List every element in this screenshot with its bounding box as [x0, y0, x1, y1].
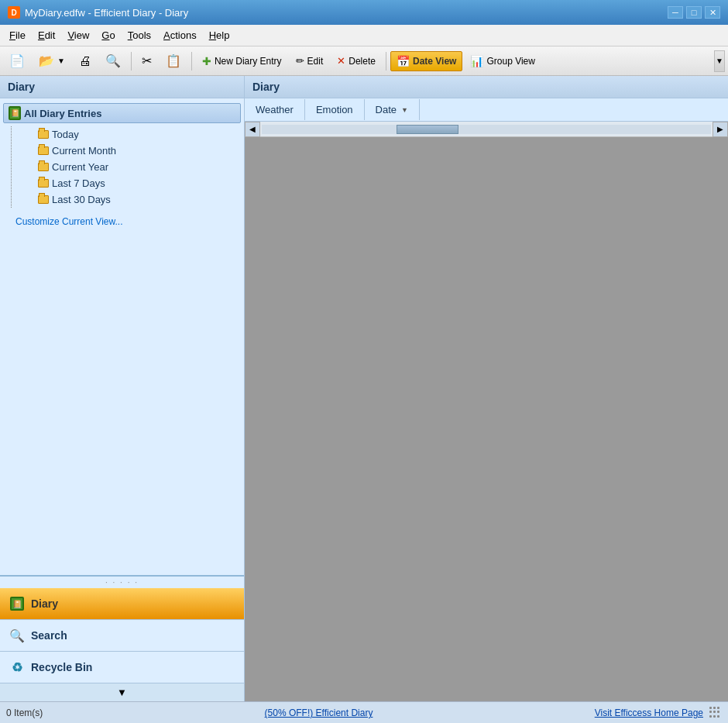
- new-file-icon: 📄: [9, 53, 25, 68]
- group-view-button[interactable]: 📊 Group View: [464, 51, 541, 71]
- content-area: ◀ ▶: [245, 122, 728, 701]
- new-diary-entry-button[interactable]: ✚ New Diary Entry: [196, 51, 288, 71]
- date-view-button[interactable]: 📅 Date View: [390, 51, 462, 71]
- resize-grip: [709, 707, 722, 719]
- tree-item-current-month[interactable]: Current Month: [19, 143, 241, 159]
- window-controls: ─ □ ✕: [668, 6, 720, 19]
- new-diary-entry-label: New Diary Entry: [215, 56, 282, 67]
- col-header-weather[interactable]: Weather: [245, 99, 305, 120]
- left-panel: Diary 📔 All Diary Entries Today Current …: [0, 76, 245, 701]
- open-dropdown-arrow: ▼: [57, 57, 65, 65]
- cut-button[interactable]: ✂: [136, 50, 158, 72]
- menu-edit[interactable]: Edit: [32, 27, 61, 43]
- menu-tools[interactable]: Tools: [122, 27, 157, 43]
- toolbar-sep-1: [131, 52, 132, 71]
- home-page-link[interactable]: Visit Efficcess Home Page: [595, 708, 703, 718]
- toolbar: 📄 📂 ▼ 🖨 🔍 ✂ 📋 ✚ New Diary Entry ✏ Edit ✕…: [0, 46, 728, 76]
- main-area: Diary 📔 All Diary Entries Today Current …: [0, 76, 728, 701]
- tree-item-last30-label: Last 30 Days: [52, 194, 111, 205]
- menu-help[interactable]: Help: [203, 27, 236, 43]
- tree-view: 📔 All Diary Entries Today Current Month …: [0, 98, 244, 575]
- search-toolbar-button[interactable]: 🔍: [99, 50, 127, 72]
- folder-icon-last7: [38, 179, 49, 188]
- menu-file[interactable]: File: [3, 27, 32, 43]
- tree-item-last7-label: Last 7 Days: [52, 177, 105, 189]
- nav-item-search[interactable]: 🔍 Search: [0, 620, 244, 652]
- toolbar-sep-2: [191, 52, 192, 71]
- menu-go[interactable]: Go: [95, 27, 121, 43]
- right-panel: Diary Weather Emotion Date ▼ ◀ ▶: [245, 76, 728, 701]
- column-headers: Weather Emotion Date ▼: [245, 98, 728, 122]
- customize-view-link[interactable]: Customize Current View...: [8, 210, 131, 233]
- restore-button[interactable]: □: [686, 6, 702, 19]
- tree-root-label: All Diary Entries: [24, 108, 101, 119]
- bottom-nav: · · · · · 📔 Diary 🔍 Search ♻ Recycle Bin: [0, 575, 244, 701]
- dotted-separator: · · · · ·: [0, 577, 244, 588]
- tree-item-last7[interactable]: Last 7 Days: [19, 175, 241, 191]
- tree-item-last30[interactable]: Last 30 Days: [19, 191, 241, 208]
- add-icon: ✚: [202, 55, 211, 67]
- close-button[interactable]: ✕: [705, 6, 720, 19]
- diary-nav-icon: 📔: [9, 596, 25, 611]
- print-button[interactable]: 🖨: [73, 50, 98, 72]
- edit-icon: ✏: [296, 55, 304, 67]
- menu-bar: File Edit View Go Tools Actions Help: [0, 25, 728, 46]
- search-toolbar-icon: 🔍: [105, 53, 121, 68]
- tree-item-year-label: Current Year: [52, 161, 108, 173]
- status-bar: 0 Item(s) (50% OFF!) Efficient Diary Vis…: [0, 701, 728, 723]
- nav-recycle-label: Recycle Bin: [31, 661, 92, 673]
- sort-arrow-icon: ▼: [401, 106, 408, 114]
- scroll-left-arrow[interactable]: ◀: [245, 122, 260, 137]
- delete-label: Delete: [349, 56, 376, 67]
- toolbar-expand-button[interactable]: ▼: [714, 50, 725, 72]
- delete-icon: ✕: [337, 55, 345, 67]
- nav-item-recycle[interactable]: ♻ Recycle Bin: [0, 652, 244, 683]
- status-item-count: 0 Item(s): [6, 708, 43, 718]
- tree-item-month-label: Current Month: [52, 145, 116, 157]
- toolbar-sep-3: [386, 52, 386, 71]
- minimize-button[interactable]: ─: [668, 6, 683, 19]
- col-header-date[interactable]: Date ▼: [365, 99, 420, 120]
- tree-item-current-year[interactable]: Current Year: [19, 159, 241, 175]
- folder-icon-month: [38, 146, 49, 155]
- cut-icon: ✂: [142, 53, 152, 68]
- date-view-icon: 📅: [397, 55, 410, 67]
- scroll-track[interactable]: [262, 125, 711, 134]
- nav-expand-arrow: ▼: [117, 687, 127, 698]
- col-emotion-label: Emotion: [316, 104, 353, 115]
- copy-button[interactable]: 📋: [160, 50, 187, 72]
- scroll-right-arrow[interactable]: ▶: [713, 122, 728, 137]
- menu-actions[interactable]: Actions: [157, 27, 203, 43]
- print-icon: 🖨: [79, 54, 91, 68]
- folder-icon-today: [38, 130, 49, 139]
- open-button[interactable]: 📂 ▼: [33, 50, 71, 72]
- scroll-thumb[interactable]: [397, 125, 458, 134]
- nav-item-diary[interactable]: 📔 Diary: [0, 588, 244, 620]
- title-bar: D MyDiary.edfw - Efficient Diary - Diary…: [0, 0, 728, 25]
- diary-tree-icon: 📔: [9, 107, 21, 119]
- status-center: (50% OFF!) Efficient Diary: [43, 707, 594, 718]
- col-header-emotion[interactable]: Emotion: [305, 99, 365, 120]
- nav-expand-button[interactable]: ▼: [0, 683, 244, 701]
- nav-search-label: Search: [31, 629, 67, 642]
- status-right: Visit Efficcess Home Page: [595, 707, 703, 718]
- horizontal-scrollbar[interactable]: ◀ ▶: [245, 122, 728, 137]
- tree-root-all-entries[interactable]: 📔 All Diary Entries: [3, 103, 241, 123]
- folder-icon-year: [38, 163, 49, 171]
- discount-link[interactable]: (50% OFF!) Efficient Diary: [265, 708, 373, 718]
- new-file-button[interactable]: 📄: [3, 50, 31, 72]
- menu-view[interactable]: View: [61, 27, 95, 43]
- recycle-nav-icon: ♻: [9, 659, 25, 675]
- tree-item-today-label: Today: [52, 129, 79, 140]
- edit-label: Edit: [307, 56, 324, 67]
- copy-icon: 📋: [166, 53, 181, 68]
- window-title: MyDiary.edfw - Efficient Diary - Diary: [25, 7, 188, 19]
- edit-button[interactable]: ✏ Edit: [290, 51, 330, 71]
- search-nav-icon: 🔍: [9, 628, 25, 643]
- empty-content-area: [245, 137, 728, 701]
- delete-button[interactable]: ✕ Delete: [331, 51, 382, 71]
- title-left: D MyDiary.edfw - Efficient Diary - Diary: [8, 6, 188, 19]
- tree-item-today[interactable]: Today: [19, 126, 241, 143]
- group-view-label: Group View: [486, 56, 534, 67]
- app-icon: D: [8, 6, 20, 19]
